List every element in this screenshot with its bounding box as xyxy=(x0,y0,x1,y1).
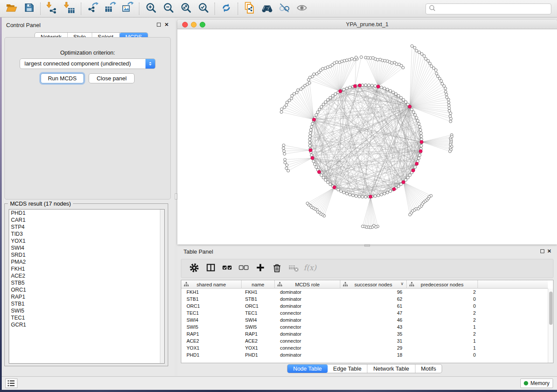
save-button[interactable] xyxy=(20,2,38,16)
mcds-result-list[interactable]: PHD1CAR1STP4TID3YOX1SWI4SRD1PMA2FKH1ACE2… xyxy=(9,209,165,364)
cell-name: FKH1 xyxy=(242,289,275,296)
mcds-result-item[interactable]: YOX1 xyxy=(9,237,164,244)
import-table-button[interactable] xyxy=(61,2,78,16)
table-row[interactable]: PHD1PHD1dominator180 xyxy=(181,351,548,358)
table-row[interactable]: ACE2ACE2connector311 xyxy=(181,337,548,344)
mcds-result-item[interactable]: SRD1 xyxy=(9,251,164,258)
toolbar-separator xyxy=(139,3,139,15)
table-panel-float-icon[interactable] xyxy=(540,249,544,253)
horizontal-splitter[interactable] xyxy=(177,244,557,247)
run-mcds-button[interactable]: Run MCDS xyxy=(41,73,84,83)
cell-name: YOX1 xyxy=(242,344,275,351)
mcds-result-item[interactable]: TEC1 xyxy=(9,314,164,321)
zoom-out-button[interactable] xyxy=(159,2,177,16)
zoom-selected-button[interactable] xyxy=(194,2,212,16)
ring-node xyxy=(358,195,360,198)
table-row[interactable]: RAP1RAP1dominator352 xyxy=(181,330,548,337)
clone-network-button[interactable] xyxy=(241,2,258,16)
export-image-icon xyxy=(122,2,134,15)
ring-node xyxy=(361,196,363,198)
search-box[interactable] xyxy=(426,3,551,14)
tab-network-table[interactable]: Network Table xyxy=(367,364,415,373)
mcds-result-title: MCDS result (17 nodes) xyxy=(8,200,73,207)
close-panel-button[interactable]: Close panel xyxy=(89,73,135,83)
mcds-result-item[interactable]: SWI5 xyxy=(9,307,164,314)
mcds-result-item[interactable]: ORC1 xyxy=(9,286,164,293)
column-header-shared-name[interactable]: shared name xyxy=(181,280,242,289)
refresh-button[interactable] xyxy=(218,2,235,16)
table-row[interactable]: STB1STB1dominator620 xyxy=(181,296,548,303)
table-row[interactable]: SWI5SWI5connector431 xyxy=(181,323,548,330)
mcds-result-item[interactable]: STB1 xyxy=(9,300,164,307)
ring-node xyxy=(352,194,354,196)
table-scrollbar[interactable] xyxy=(548,289,553,363)
select-all-button[interactable] xyxy=(220,262,235,275)
control-panel-float-icon[interactable] xyxy=(157,23,161,27)
cell-successor: 43 xyxy=(340,323,407,330)
zoom-in-button[interactable] xyxy=(142,2,159,16)
satellite-node xyxy=(415,49,418,52)
tree-icon xyxy=(409,282,414,288)
table-row[interactable]: ORC1ORC1dominator610 xyxy=(181,303,548,309)
optimization-criterion-select[interactable]: largest connected component (undirected) xyxy=(20,58,156,69)
show-details-button[interactable] xyxy=(293,2,311,16)
delete-button[interactable] xyxy=(270,262,284,275)
table-panel-close-icon[interactable] xyxy=(547,248,551,254)
mcds-result-item[interactable]: RAP1 xyxy=(9,293,164,300)
table-row[interactable]: FKH1FKH1dominator962 xyxy=(181,289,548,296)
table-scrollbar-thumb[interactable] xyxy=(549,292,553,325)
tab-motifs[interactable]: Motifs xyxy=(415,364,442,373)
zoom-fit-button[interactable] xyxy=(177,2,194,16)
mcds-result-item[interactable]: ACE2 xyxy=(9,272,164,279)
cell-predecessor: 0 xyxy=(407,296,478,303)
import-table-icon xyxy=(64,2,75,15)
columns-button[interactable] xyxy=(203,262,218,275)
export-table-button[interactable] xyxy=(101,2,119,16)
satellite-node xyxy=(449,120,452,123)
mcds-result-item[interactable]: STB5 xyxy=(9,279,164,286)
export-network-icon xyxy=(87,2,99,15)
mcds-result-item[interactable]: STP4 xyxy=(9,224,164,230)
network-window-titlebar[interactable]: YPA_prune.txt_1 xyxy=(177,20,557,29)
mcds-result-item[interactable]: CAR1 xyxy=(9,217,164,224)
control-panel-close-icon[interactable] xyxy=(165,22,169,27)
tab-node-table[interactable]: Node Table xyxy=(287,364,328,373)
cell-predecessor: 1 xyxy=(407,323,478,330)
export-network-button[interactable] xyxy=(84,2,101,16)
column-header-predecessor-nodes[interactable]: predecessor nodes xyxy=(407,280,478,289)
mcds-result-item[interactable]: PMA2 xyxy=(9,258,164,265)
export-image-button[interactable] xyxy=(119,2,136,16)
mcds-result-item[interactable]: GCR1 xyxy=(9,321,164,328)
panel-menu-button[interactable] xyxy=(5,378,17,388)
satellite-node xyxy=(284,158,286,161)
mcds-list-scrollbar[interactable] xyxy=(160,210,164,363)
add-button[interactable] xyxy=(253,262,268,275)
mcds-result-item[interactable]: SWI4 xyxy=(9,244,164,251)
tab-edge-table[interactable]: Edge Table xyxy=(328,364,368,373)
network-canvas-svg[interactable] xyxy=(177,30,557,244)
gear-button[interactable] xyxy=(187,262,201,275)
memory-button[interactable]: Memory xyxy=(520,378,553,388)
folder-open-button[interactable] xyxy=(3,2,20,16)
horizontal-splitter-grip[interactable] xyxy=(364,244,370,247)
satellite-node xyxy=(285,167,287,169)
hide-details-button[interactable] xyxy=(276,2,293,16)
column-header-name[interactable]: name xyxy=(242,280,275,289)
ring-node xyxy=(389,89,391,92)
ring-node xyxy=(324,179,327,181)
mcds-node xyxy=(392,187,396,191)
deselect-all-button[interactable] xyxy=(236,262,251,275)
column-header-MCDS-role[interactable]: MCDS role xyxy=(275,280,340,289)
import-network-button[interactable] xyxy=(43,2,61,16)
table-row[interactable]: SWI4SWI4dominator462 xyxy=(181,316,548,323)
table-row[interactable]: YOX1YOX1connector291 xyxy=(181,344,548,351)
mcds-result-item[interactable]: FKH1 xyxy=(9,265,164,272)
binoculars-button[interactable] xyxy=(258,2,276,16)
mcds-node xyxy=(369,195,372,199)
column-header-successor-nodes[interactable]: successor nodes∨ xyxy=(340,280,407,289)
export-table-icon xyxy=(104,2,116,15)
table-row[interactable]: TEC1TEC1connector472 xyxy=(181,309,548,316)
search-input[interactable] xyxy=(436,5,551,14)
mcds-result-item[interactable]: PHD1 xyxy=(9,210,164,217)
mcds-result-item[interactable]: TID3 xyxy=(9,230,164,237)
